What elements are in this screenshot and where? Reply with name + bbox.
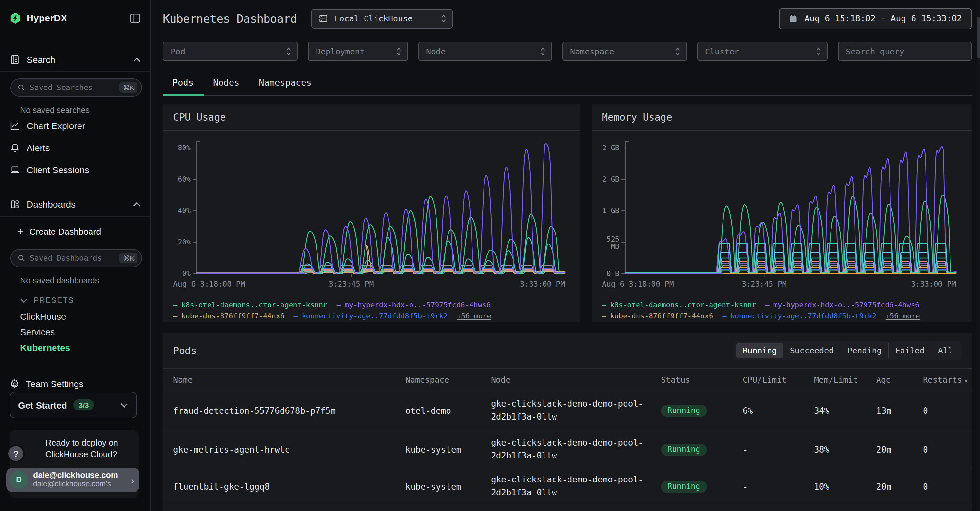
saved-dashboards-input[interactable]: Saved Dashboards ⌘K: [10, 249, 142, 267]
column-header-age[interactable]: Age: [876, 374, 923, 384]
column-header-namespace[interactable]: Namespace: [406, 374, 491, 384]
tab-pods[interactable]: Pods: [163, 70, 203, 96]
sidebar: HyperDX Search Saved Searches ⌘K No save…: [0, 0, 151, 511]
legend-item[interactable]: —konnectivity-age..77dfdd8f5b-t9rk2: [722, 312, 877, 320]
create-dashboard-button[interactable]: + Create Dashboard: [0, 220, 151, 242]
preset-item-services[interactable]: Services: [0, 324, 151, 340]
tab-nodes[interactable]: Nodes: [203, 70, 249, 96]
help-icon[interactable]: ?: [7, 445, 25, 462]
promo-text: Ready to deploy on ClickHouse Cloud?: [45, 437, 118, 460]
user-account-button[interactable]: D dale@clickhouse.com dale@clickhouse.co…: [6, 468, 140, 492]
preset-item-kubernetes[interactable]: Kubernetes: [0, 340, 151, 355]
svg-text:20%: 20%: [178, 238, 191, 246]
legend-item[interactable]: —my-hyperdx-hdx-o..-57975fcd6-4hws6: [765, 301, 920, 309]
cell-restarts: 0: [923, 481, 961, 491]
legend-item[interactable]: —kube-dns-876ff9ff7-44nx6: [173, 312, 285, 320]
status-badge: Running: [661, 480, 706, 492]
svg-text:1 GB: 1 GB: [602, 207, 619, 215]
column-header-cpu-limit[interactable]: CPU/Limit: [743, 374, 814, 384]
filter-select-cluster[interactable]: Cluster: [697, 41, 827, 61]
search-query-input[interactable]: Search query: [838, 41, 972, 61]
legend-more-link[interactable]: +56 more: [457, 312, 491, 320]
no-saved-dashboards-note: No saved dashboards: [0, 267, 151, 285]
filter-row: PodDeploymentNodeNamespaceClusterSearch …: [163, 41, 972, 61]
memory-usage-chart[interactable]: 2 GB2 GB1 GB525MB0 BAug 6 3:18:00 PM3:23…: [602, 137, 961, 298]
user-team: dale@clickhouse.com's: [33, 480, 131, 489]
column-header-node[interactable]: Node: [491, 374, 661, 384]
table-row[interactable]: gke-metrics-agent-hrwtckube-systemgke-cl…: [163, 431, 972, 468]
table-row[interactable]: gke-clickstack-demo-demo-: [163, 505, 972, 511]
chevron-up-icon[interactable]: [133, 57, 141, 62]
status-filter-succeeded[interactable]: Succeeded: [783, 343, 840, 358]
search-icon: [18, 254, 25, 262]
status-filter-all[interactable]: All: [931, 343, 959, 358]
sidebar-section-dashboards[interactable]: Dashboards: [0, 193, 151, 216]
collapse-sidebar-icon[interactable]: [130, 13, 141, 23]
legend-item[interactable]: —k8s-otel-daemons..ctor-agent-ksnnr: [173, 301, 328, 309]
column-header-mem-limit[interactable]: Mem/Limit: [814, 374, 876, 384]
filter-select-deployment[interactable]: Deployment: [308, 41, 408, 61]
cell-cpu-limit: 6%: [743, 406, 814, 415]
sidebar-item-chart-explorer[interactable]: Chart Explorer: [0, 115, 151, 137]
filter-select-pod[interactable]: Pod: [163, 41, 298, 61]
sidebar-item-alerts[interactable]: Alerts: [0, 137, 151, 159]
tab-namespaces[interactable]: Namespaces: [249, 70, 321, 96]
column-header-status[interactable]: Status: [661, 374, 743, 384]
legend-item[interactable]: —k8s-otel-daemons..ctor-agent-ksnnr: [602, 301, 756, 309]
saved-searches-input[interactable]: Saved Searches ⌘K: [10, 78, 142, 97]
laptop-icon: [10, 165, 20, 175]
presets-toggle[interactable]: PRESETS: [0, 292, 151, 309]
table-row[interactable]: fluentbit-gke-lggq8kube-systemgke-clicks…: [163, 468, 972, 505]
status-filter-failed[interactable]: Failed: [888, 343, 931, 358]
gear-icon: [9, 378, 20, 389]
sidebar-item-label: Client Sessions: [27, 165, 89, 175]
legend-item[interactable]: —kube-dns-876ff9ff7-44nx6: [602, 312, 713, 320]
scrollbar-thumb[interactable]: [977, 17, 980, 58]
plus-icon: +: [18, 226, 24, 237]
shortcut-badge: ⌘K: [120, 82, 137, 93]
sidebar-item-client-sessions[interactable]: Client Sessions: [0, 159, 151, 181]
table-row[interactable]: fraud-detection-55776d678b-p7f5motel-dem…: [163, 390, 972, 431]
page-title: Kubernetes Dashboard: [163, 12, 297, 25]
updown-chevron-icon: [441, 14, 447, 23]
charts-grid: CPU Usage 80%60%40%20%0%Aug 6 3:18:00 PM…: [163, 104, 972, 322]
search-icon: [18, 84, 25, 91]
cell-mem-limit: 10%: [814, 481, 876, 491]
calendar-icon: [789, 14, 798, 23]
user-meta: dale@clickhouse.com dale@clickhouse.com'…: [33, 471, 131, 489]
status-filter-pending[interactable]: Pending: [840, 343, 888, 358]
legend-item[interactable]: —konnectivity-age..77dfdd8f5b-t9rk2: [293, 312, 448, 320]
cell-age: 20m: [876, 481, 923, 491]
cpu-usage-chart[interactable]: 80%60%40%20%0%Aug 6 3:18:00 PM3:23:45 PM…: [173, 137, 570, 298]
column-header-name[interactable]: Name: [173, 374, 406, 384]
chevron-down-icon: [120, 403, 129, 408]
cell-name: fraud-detection-55776d678b-p7f5m: [173, 406, 406, 415]
sidebar-section-search[interactable]: Search: [0, 48, 151, 71]
preset-item-clickhouse[interactable]: ClickHouse: [0, 309, 151, 324]
datasource-select[interactable]: Local ClickHouse: [311, 9, 453, 28]
team-settings-label: Team Settings: [26, 379, 83, 389]
filter-select-node[interactable]: Node: [418, 41, 552, 61]
chevron-down-icon: [20, 298, 27, 302]
pods-table: NameNamespaceNodeStatusCPU/LimitMem/Limi…: [163, 369, 972, 511]
filter-select-namespace[interactable]: Namespace: [562, 41, 687, 61]
scrollbar[interactable]: [977, 0, 980, 511]
time-range-picker[interactable]: Aug 6 15:18:02 - Aug 6 15:33:02: [779, 8, 972, 29]
svg-text:2 GB: 2 GB: [602, 175, 619, 183]
divider: [0, 216, 151, 216]
svg-text:0%: 0%: [182, 269, 191, 277]
sidebar-item-label: Chart Explorer: [27, 121, 85, 131]
get-started-button[interactable]: Get Started 3/3: [10, 392, 137, 418]
chart-title: Memory Usage: [602, 111, 672, 123]
chevron-up-icon[interactable]: [133, 202, 141, 207]
bell-icon: [10, 143, 20, 153]
cell-restarts: 0: [923, 406, 961, 415]
svg-text:60%: 60%: [178, 175, 191, 183]
column-header-restarts[interactable]: Restarts▼: [923, 374, 961, 384]
updown-chevron-icon: [285, 46, 292, 56]
status-badge: Running: [661, 443, 706, 455]
legend-more-link[interactable]: +56 more: [886, 312, 920, 320]
legend-item[interactable]: —my-hyperdx-hdx-o..-57975fcd6-4hws6: [337, 301, 491, 309]
chart-svg: 80%60%40%20%0%Aug 6 3:18:00 PM3:23:45 PM…: [173, 137, 570, 296]
status-filter-running[interactable]: Running: [736, 343, 783, 358]
